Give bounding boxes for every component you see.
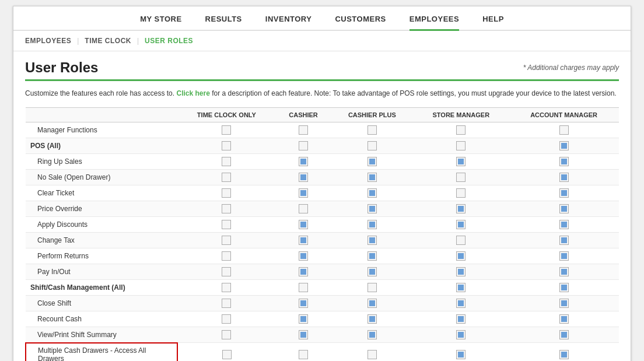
checkbox-cell[interactable] [413, 138, 509, 154]
checkbox-cell[interactable] [331, 296, 413, 311]
click-here-link[interactable]: Click here [176, 89, 209, 97]
checkbox-icon[interactable] [456, 251, 466, 261]
checkbox-cell[interactable] [413, 185, 509, 201]
checkbox-icon[interactable] [368, 330, 377, 339]
checkbox-cell[interactable] [509, 233, 619, 248]
checkbox-icon[interactable] [222, 299, 231, 308]
checkbox-icon[interactable] [456, 220, 466, 229]
checkbox-cell[interactable] [509, 264, 619, 280]
checkbox-icon[interactable] [456, 204, 466, 213]
checkbox-cell[interactable] [276, 185, 331, 201]
checkbox-icon[interactable] [222, 267, 231, 276]
checkbox-cell[interactable] [509, 122, 619, 138]
checkbox-icon[interactable] [456, 236, 466, 245]
checkbox-cell[interactable] [331, 201, 413, 217]
checkbox-cell[interactable] [413, 280, 509, 296]
checkbox-cell[interactable] [177, 170, 276, 185]
checkbox-icon[interactable] [456, 330, 466, 339]
checkbox-cell[interactable] [331, 170, 413, 185]
checkbox-cell[interactable] [413, 264, 509, 280]
checkbox-icon[interactable] [222, 251, 231, 261]
checkbox-icon[interactable] [456, 267, 466, 276]
checkbox-icon[interactable] [559, 350, 569, 359]
nav-item-results[interactable]: RESULTS [205, 15, 242, 31]
checkbox-icon[interactable] [222, 125, 231, 135]
checkbox-icon[interactable] [456, 157, 466, 166]
checkbox-cell[interactable] [177, 327, 276, 343]
checkbox-cell[interactable] [509, 170, 619, 185]
checkbox-icon[interactable] [222, 173, 231, 182]
checkbox-icon[interactable] [368, 173, 377, 182]
checkbox-icon[interactable] [299, 141, 308, 150]
checkbox-icon[interactable] [299, 204, 308, 213]
checkbox-icon[interactable] [368, 220, 377, 229]
checkbox-icon[interactable] [559, 267, 569, 276]
checkbox-cell[interactable] [331, 185, 413, 201]
checkbox-cell[interactable] [413, 154, 509, 170]
checkbox-cell[interactable] [276, 201, 331, 217]
checkbox-cell[interactable] [177, 264, 276, 280]
checkbox-icon[interactable] [299, 173, 308, 182]
checkbox-icon[interactable] [368, 314, 377, 324]
checkbox-icon[interactable] [559, 220, 569, 229]
checkbox-cell[interactable] [413, 170, 509, 185]
nav-item-my-store[interactable]: MY STORE [140, 15, 181, 31]
checkbox-cell[interactable] [177, 122, 276, 138]
checkbox-cell[interactable] [331, 311, 413, 327]
checkbox-cell[interactable] [413, 311, 509, 327]
checkbox-cell[interactable] [177, 311, 276, 327]
checkbox-cell[interactable] [413, 296, 509, 311]
checkbox-icon[interactable] [456, 350, 466, 359]
checkbox-icon[interactable] [368, 236, 377, 245]
checkbox-icon[interactable] [222, 236, 231, 245]
checkbox-icon[interactable] [222, 157, 231, 166]
checkbox-cell[interactable] [331, 122, 413, 138]
checkbox-cell[interactable] [509, 154, 619, 170]
checkbox-icon[interactable] [559, 283, 569, 292]
checkbox-icon[interactable] [368, 350, 377, 359]
sub-nav-time-clock[interactable]: TIME CLOCK [79, 36, 137, 46]
checkbox-cell[interactable] [331, 327, 413, 343]
checkbox-cell[interactable] [413, 327, 509, 343]
checkbox-icon[interactable] [559, 299, 569, 308]
checkbox-cell[interactable] [276, 296, 331, 311]
checkbox-icon[interactable] [299, 236, 308, 245]
checkbox-cell[interactable] [509, 248, 619, 264]
checkbox-cell[interactable] [331, 138, 413, 154]
checkbox-icon[interactable] [456, 188, 466, 198]
checkbox-cell[interactable] [331, 154, 413, 170]
nav-item-help[interactable]: HELP [482, 15, 504, 31]
checkbox-cell[interactable] [331, 280, 413, 296]
checkbox-icon[interactable] [222, 330, 231, 339]
nav-item-customers[interactable]: CUSTOMERS [335, 15, 386, 31]
checkbox-icon[interactable] [299, 267, 308, 276]
checkbox-cell[interactable] [509, 138, 619, 154]
checkbox-icon[interactable] [299, 188, 308, 198]
checkbox-icon[interactable] [222, 204, 231, 213]
checkbox-icon[interactable] [559, 157, 569, 166]
checkbox-cell[interactable] [413, 217, 509, 233]
checkbox-icon[interactable] [368, 157, 377, 166]
checkbox-icon[interactable] [299, 314, 308, 324]
checkbox-icon[interactable] [299, 220, 308, 229]
checkbox-icon[interactable] [368, 204, 377, 213]
checkbox-cell[interactable] [509, 311, 619, 327]
checkbox-cell[interactable] [509, 217, 619, 233]
checkbox-icon[interactable] [559, 188, 569, 198]
checkbox-cell[interactable] [177, 296, 276, 311]
checkbox-icon[interactable] [368, 283, 377, 292]
checkbox-icon[interactable] [222, 350, 232, 359]
checkbox-cell[interactable] [509, 185, 619, 201]
checkbox-cell[interactable] [331, 217, 413, 233]
checkbox-cell[interactable] [177, 138, 276, 154]
checkbox-icon[interactable] [456, 125, 466, 135]
checkbox-cell[interactable] [276, 170, 331, 185]
checkbox-icon[interactable] [299, 283, 308, 292]
checkbox-cell[interactable] [276, 280, 331, 296]
checkbox-cell[interactable] [331, 343, 413, 361]
checkbox-cell[interactable] [177, 201, 276, 217]
checkbox-icon[interactable] [456, 283, 466, 292]
checkbox-icon[interactable] [299, 251, 308, 261]
checkbox-cell[interactable] [177, 185, 276, 201]
checkbox-icon[interactable] [456, 299, 466, 308]
